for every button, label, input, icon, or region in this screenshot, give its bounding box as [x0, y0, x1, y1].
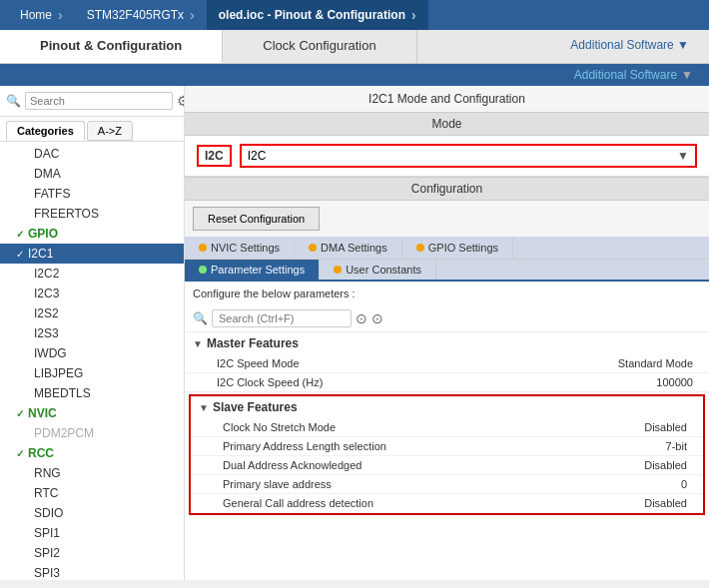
check-icon: ✓ [16, 229, 24, 240]
sidebar-search-row: 🔍 ⚙ [0, 86, 184, 117]
config-tab-dma[interactable]: DMA Settings [295, 237, 402, 259]
config-section: Reset Configuration NVIC Settings DMA Se… [185, 201, 709, 580]
param-row: Primary slave address0 [191, 475, 703, 494]
gear-icon[interactable]: ⚙ [177, 93, 185, 109]
sidebar-item-mbedtls[interactable]: MBEDTLS [0, 383, 184, 403]
mode-row: I2C I2C SMBus-Alert-mode SMBus-Two-Wire-… [197, 144, 697, 168]
sidebar-item-label: I2S3 [34, 326, 59, 340]
additional-software-bar: Additional Software ▼ [0, 64, 709, 86]
sidebar-item-rtc[interactable]: RTC [0, 483, 184, 503]
mode-label: I2C [197, 145, 232, 167]
nav-current[interactable]: oled.ioc - Pinout & Configuration › [207, 0, 428, 30]
sidebar-list: DACDMAFATFSFREERTOS✓GPIO✓I2C1I2C2I2C3I2S… [0, 142, 184, 580]
tab-clock[interactable]: Clock Configuration [223, 30, 416, 63]
param-tab-constants[interactable]: User Constants [320, 260, 436, 280]
sidebar-item-fatfs[interactable]: FATFS [0, 184, 184, 204]
group-name: Master Features [207, 336, 299, 350]
sidebar-item-pdm2pcm[interactable]: PDM2PCM [0, 423, 184, 443]
param-search-input[interactable] [212, 309, 352, 327]
mode-section: I2C I2C SMBus-Alert-mode SMBus-Two-Wire-… [185, 136, 709, 177]
sidebar-item-spi1[interactable]: SPI1 [0, 523, 184, 543]
sidebar-item-label: RTC [34, 486, 58, 500]
sidebar-tab-atoz[interactable]: A->Z [87, 121, 133, 141]
nav-device-label: STM32F405RGTx [87, 8, 184, 22]
nav-home-label: Home [20, 8, 52, 22]
param-name: Primary slave address [223, 478, 595, 490]
sidebar-item-i2c1[interactable]: ✓I2C1 [0, 244, 184, 264]
nav-home[interactable]: Home › [8, 0, 75, 30]
param-search-row: 🔍 ⊙ ⊙ [185, 305, 709, 332]
sidebar-item-i2c2[interactable]: I2C2 [0, 264, 184, 284]
tab-pinout[interactable]: Pinout & Configuration [0, 30, 223, 63]
sidebar-item-i2c3[interactable]: I2C3 [0, 284, 184, 303]
sidebar-item-i2s3[interactable]: I2S3 [0, 323, 184, 343]
param-group-0[interactable]: ▼Master Features [185, 332, 709, 354]
sidebar-item-label: SPI1 [34, 526, 60, 540]
sidebar-item-label: FATFS [34, 187, 70, 201]
sidebar-item-label: DAC [34, 147, 59, 161]
sidebar-item-nvic[interactable]: ✓NVIC [0, 403, 184, 423]
check-icon: ✓ [16, 249, 24, 260]
param-name: I2C Speed Mode [217, 357, 601, 369]
param-row: General Call address detectionDisabled [191, 494, 703, 513]
config-tabs-row: NVIC Settings DMA Settings GPIO Settings [185, 237, 709, 260]
sidebar-item-freertos[interactable]: FREERTOS [0, 204, 184, 224]
param-value: Standard Mode [601, 357, 701, 369]
group-name: Slave Features [213, 400, 298, 414]
check-icon: ✓ [16, 448, 24, 459]
sidebar-item-iwdg[interactable]: IWDG [0, 343, 184, 363]
sidebar-tab-categories[interactable]: Categories [6, 121, 85, 141]
sidebar-item-spi3[interactable]: SPI3 [0, 563, 184, 580]
param-settings-dot [199, 266, 207, 274]
nav-arrow-3: › [411, 7, 416, 23]
param-row: Primary Address Length selection7-bit [191, 437, 703, 456]
param-tab-settings[interactable]: Parameter Settings [185, 260, 320, 280]
config-section-header: Configuration [185, 177, 709, 201]
chevron-icon: ▼ [193, 338, 203, 349]
param-group-1[interactable]: ▼Slave Features [191, 396, 703, 418]
nav-device[interactable]: STM32F405RGTx › [75, 0, 207, 30]
sidebar-item-libjpeg[interactable]: LIBJPEG [0, 363, 184, 383]
mode-select[interactable]: I2C SMBus-Alert-mode SMBus-Two-Wire-Inte… [242, 146, 671, 166]
sidebar-item-i2s2[interactable]: I2S2 [0, 303, 184, 323]
main-tab-row: Pinout & Configuration Clock Configurati… [0, 30, 709, 64]
sidebar-item-sdio[interactable]: SDIO [0, 503, 184, 523]
param-nav-prev[interactable]: ⊙ [355, 310, 367, 326]
sidebar-item-label: LIBJPEG [34, 366, 83, 380]
param-name: I2C Clock Speed (Hz) [217, 376, 601, 388]
param-name: Clock No Stretch Mode [223, 421, 595, 433]
sidebar-item-spi2[interactable]: SPI2 [0, 543, 184, 563]
param-tree: ▼Master FeaturesI2C Speed ModeStandard M… [185, 332, 709, 515]
param-value: Disabled [595, 497, 695, 509]
sidebar-item-label: NVIC [28, 406, 57, 420]
content-title: I2C1 Mode and Configuration [185, 86, 709, 112]
sidebar-item-label: RNG [34, 466, 61, 480]
sidebar-item-rng[interactable]: RNG [0, 463, 184, 483]
nav-current-label: oled.ioc - Pinout & Configuration [219, 8, 405, 22]
gpio-dot [416, 244, 424, 252]
config-tab-nvic[interactable]: NVIC Settings [185, 237, 295, 259]
sidebar-item-label: SPI2 [34, 546, 60, 560]
mode-section-header: Mode [185, 112, 709, 136]
select-arrow-icon: ▼ [671, 149, 695, 163]
sidebar-item-rcc[interactable]: ✓RCC [0, 443, 184, 463]
sidebar-item-gpio[interactable]: ✓GPIO [0, 224, 184, 244]
param-value: 100000 [601, 376, 701, 388]
param-nav-next[interactable]: ⊙ [371, 310, 383, 326]
sidebar-item-label: IWDG [34, 346, 67, 360]
sidebar-item-dac[interactable]: DAC [0, 144, 184, 164]
reset-btn-row: Reset Configuration [185, 201, 709, 237]
additional-arrow: ▼ [681, 68, 693, 82]
dma-dot [309, 244, 317, 252]
param-value: 7-bit [595, 440, 695, 452]
config-tab-gpio[interactable]: GPIO Settings [402, 237, 513, 259]
sidebar-item-dma[interactable]: DMA [0, 164, 184, 184]
param-name: Dual Address Acknowledged [223, 459, 595, 471]
reset-config-button[interactable]: Reset Configuration [193, 207, 320, 231]
sidebar-search-input[interactable] [25, 92, 173, 110]
param-name: Primary Address Length selection [223, 440, 595, 452]
sidebar-item-label: I2S2 [34, 306, 59, 320]
param-value: Disabled [595, 421, 695, 433]
tab-additional[interactable]: Additional Software ▼ [550, 30, 709, 63]
content-area: I2C1 Mode and Configuration Mode I2C I2C… [185, 86, 709, 580]
